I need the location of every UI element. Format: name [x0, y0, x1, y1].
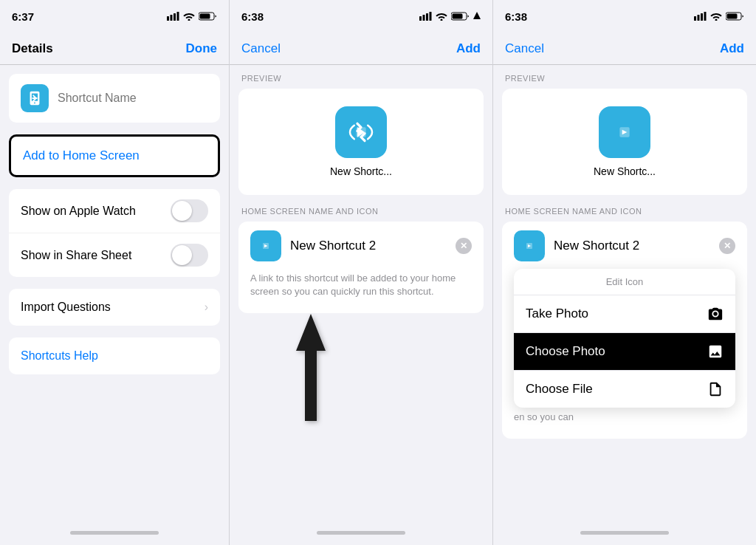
add-home-text: Add to Home Screen [23, 148, 140, 162]
wifi-icon [183, 12, 195, 21]
svg-rect-0 [167, 16, 169, 21]
svg-rect-16 [694, 16, 696, 21]
status-icons-1 [167, 12, 217, 21]
done-button[interactable]: Done [186, 41, 218, 56]
home-indicator-3 [493, 520, 756, 545]
apple-watch-row: Show on Apple Watch [9, 189, 220, 233]
svg-rect-21 [727, 14, 738, 19]
wifi-icon-2 [436, 12, 447, 21]
svg-rect-7 [423, 15, 425, 21]
import-questions-label: Import Questions [21, 301, 111, 314]
home-icon-label-2: HOME SCREEN NAME AND ICON [238, 207, 484, 216]
preview-icon-3 [599, 106, 650, 158]
clear-button-2[interactable]: ✕ [456, 238, 472, 254]
home-icon-box-2: ✕ A link to this shortcut will be added … [238, 222, 484, 313]
svg-rect-6 [419, 16, 422, 21]
shortcuts-preview-icon-2 [346, 117, 376, 147]
preview-label-3: PREVIEW [502, 74, 747, 83]
home-desc-3: en so you can [514, 408, 735, 430]
add-button-2[interactable]: Add [456, 41, 481, 56]
home-indicator-2 [230, 520, 492, 545]
apple-watch-toggle[interactable] [171, 199, 208, 222]
chevron-right-icon: › [205, 301, 208, 314]
preview-label-2: PREVIEW [238, 74, 484, 83]
toggle-section: Show on Apple Watch Show in Share Sheet [9, 189, 220, 277]
signal-icon [167, 12, 179, 21]
status-icons-3 [694, 12, 744, 21]
battery-icon [199, 12, 217, 21]
preview-name-2: New Shortc... [330, 165, 392, 177]
shortcuts-help-text: Shortcuts Help [21, 349, 98, 362]
choose-photo-label: Choose Photo [526, 344, 605, 359]
photo-icon [707, 343, 724, 360]
svg-rect-11 [453, 14, 463, 19]
add-button-3[interactable]: Add [720, 41, 744, 56]
status-time-3: 6:38 [505, 10, 527, 23]
wifi-icon-3 [710, 12, 722, 21]
apple-watch-label: Show on Apple Watch [21, 205, 136, 218]
camera-icon [707, 306, 724, 322]
svg-rect-5 [200, 14, 210, 19]
status-icons-2 [419, 12, 481, 21]
share-sheet-row: Show in Share Sheet [9, 233, 220, 277]
battery-icon-3 [726, 12, 744, 21]
shortcuts-preview-icon-3 [610, 117, 639, 147]
cancel-button-2[interactable]: Cancel [241, 41, 281, 56]
home-name-input-2[interactable] [290, 239, 447, 253]
preview-icon-2 [335, 106, 387, 158]
preview-box-3: New Shortc... [502, 89, 747, 195]
location-icon [473, 12, 481, 21]
status-time-1: 6:37 [12, 10, 34, 23]
svg-rect-18 [701, 13, 703, 21]
edit-icon-menu: Edit Icon Take Photo Choose Photo [514, 269, 735, 408]
share-sheet-toggle[interactable] [171, 244, 208, 267]
choose-photo-item[interactable]: Choose Photo [514, 333, 735, 371]
import-questions-row[interactable]: Import Questions › [9, 289, 220, 326]
shortcuts-help-row[interactable]: Shortcuts Help [9, 337, 220, 374]
cancel-button-3[interactable]: Cancel [505, 41, 544, 56]
shortcut-name-row [9, 74, 220, 123]
shortcuts-small-icon-3 [520, 237, 538, 255]
shortcuts-icon [27, 90, 43, 106]
take-photo-label: Take Photo [526, 306, 588, 321]
take-photo-item[interactable]: Take Photo [514, 295, 735, 333]
preview-box-2: New Shortc... [238, 89, 484, 195]
edit-icon-header: Edit Icon [514, 269, 735, 295]
clear-button-3[interactable]: ✕ [719, 238, 735, 254]
svg-rect-19 [704, 12, 707, 21]
status-time-2: 6:38 [241, 10, 264, 23]
choose-file-item[interactable]: Choose File [514, 371, 735, 408]
preview-name-3: New Shortc... [594, 165, 656, 177]
file-icon [707, 381, 724, 397]
battery-icon-2 [451, 12, 470, 21]
home-name-input-3[interactable] [554, 239, 710, 253]
shortcuts-small-icon-2 [257, 237, 275, 255]
home-indicator-1 [0, 520, 229, 545]
signal-icon-2 [419, 12, 432, 21]
choose-file-label: Choose File [526, 382, 593, 397]
home-desc-2: A link to this shortcut will be added to… [250, 269, 472, 304]
svg-rect-3 [177, 12, 179, 21]
shortcut-icon [21, 84, 49, 112]
signal-icon-3 [694, 12, 707, 21]
add-home-screen-row[interactable]: Add to Home Screen [9, 134, 220, 177]
home-icon-box-3: ✕ Edit Icon Take Photo Choose Photo [502, 222, 747, 439]
share-sheet-label: Show in Share Sheet [21, 249, 131, 262]
svg-rect-2 [173, 13, 176, 21]
svg-rect-1 [171, 15, 173, 21]
nav-title-1: Details [12, 41, 53, 56]
small-shortcut-icon-2[interactable] [250, 230, 281, 261]
svg-rect-17 [698, 15, 700, 21]
shortcut-name-input[interactable] [58, 92, 208, 105]
small-shortcut-icon-3[interactable] [514, 230, 545, 261]
home-icon-label-3: HOME SCREEN NAME AND ICON [502, 207, 747, 216]
svg-rect-9 [430, 12, 432, 21]
svg-rect-8 [426, 13, 428, 21]
